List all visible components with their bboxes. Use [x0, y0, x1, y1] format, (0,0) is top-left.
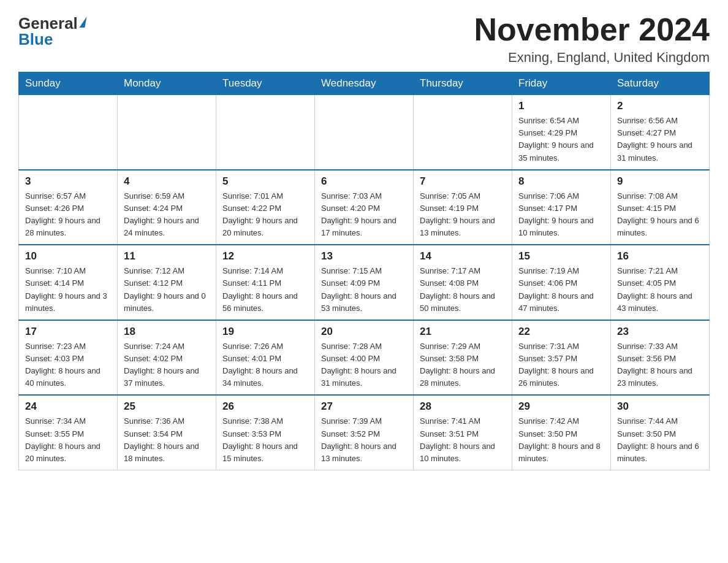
day-number: 18: [124, 326, 210, 338]
day-info: Sunrise: 6:57 AMSunset: 4:26 PMDaylight:…: [25, 190, 111, 240]
day-number: 28: [420, 400, 506, 413]
day-number: 6: [321, 175, 407, 188]
calendar-cell: 17Sunrise: 7:23 AMSunset: 4:03 PMDayligh…: [19, 320, 118, 396]
day-number: 24: [25, 400, 111, 413]
calendar-week-row: 24Sunrise: 7:34 AMSunset: 3:55 PMDayligh…: [19, 395, 710, 470]
day-number: 5: [222, 175, 308, 188]
day-number: 12: [222, 250, 308, 262]
page-header: General Blue November 2024 Exning, Engla…: [18, 12, 710, 66]
calendar-cell: 19Sunrise: 7:26 AMSunset: 4:01 PMDayligh…: [216, 320, 315, 396]
day-number: 27: [321, 400, 407, 413]
calendar-cell: [118, 95, 216, 170]
day-info: Sunrise: 7:33 AMSunset: 3:56 PMDaylight:…: [617, 340, 703, 390]
day-info: Sunrise: 7:06 AMSunset: 4:17 PMDaylight:…: [518, 190, 604, 240]
calendar-cell: 11Sunrise: 7:12 AMSunset: 4:12 PMDayligh…: [118, 245, 216, 320]
weekday-header-tuesday: Tuesday: [216, 72, 315, 95]
day-info: Sunrise: 7:24 AMSunset: 4:02 PMDaylight:…: [124, 340, 210, 390]
calendar-cell: 28Sunrise: 7:41 AMSunset: 3:51 PMDayligh…: [414, 395, 512, 470]
day-info: Sunrise: 7:15 AMSunset: 4:09 PMDaylight:…: [321, 265, 407, 315]
day-info: Sunrise: 7:34 AMSunset: 3:55 PMDaylight:…: [25, 415, 111, 465]
day-info: Sunrise: 7:10 AMSunset: 4:14 PMDaylight:…: [25, 265, 111, 315]
calendar-cell: 1Sunrise: 6:54 AMSunset: 4:29 PMDaylight…: [512, 95, 611, 170]
day-number: 3: [25, 175, 111, 188]
day-number: 9: [617, 175, 703, 188]
calendar-cell: 26Sunrise: 7:38 AMSunset: 3:53 PMDayligh…: [216, 395, 315, 470]
month-title: November 2024: [474, 12, 710, 47]
day-number: 20: [321, 326, 407, 338]
calendar-cell: 2Sunrise: 6:56 AMSunset: 4:27 PMDaylight…: [611, 95, 710, 170]
day-number: 30: [617, 400, 703, 413]
day-info: Sunrise: 7:12 AMSunset: 4:12 PMDaylight:…: [124, 265, 210, 315]
calendar-cell: 14Sunrise: 7:17 AMSunset: 4:08 PMDayligh…: [414, 245, 512, 320]
calendar-table: SundayMondayTuesdayWednesdayThursdayFrid…: [18, 72, 710, 470]
day-info: Sunrise: 7:39 AMSunset: 3:52 PMDaylight:…: [321, 415, 407, 465]
calendar-cell: 29Sunrise: 7:42 AMSunset: 3:50 PMDayligh…: [512, 395, 611, 470]
calendar-cell: 10Sunrise: 7:10 AMSunset: 4:14 PMDayligh…: [19, 245, 118, 320]
day-number: 10: [25, 250, 111, 262]
day-number: 25: [124, 400, 210, 413]
day-info: Sunrise: 7:01 AMSunset: 4:22 PMDaylight:…: [222, 190, 308, 240]
day-number: 22: [518, 326, 604, 338]
weekday-header-wednesday: Wednesday: [315, 72, 414, 95]
day-info: Sunrise: 7:17 AMSunset: 4:08 PMDaylight:…: [420, 265, 506, 315]
day-number: 8: [518, 175, 604, 188]
weekday-header-thursday: Thursday: [414, 72, 512, 95]
calendar-cell: 4Sunrise: 6:59 AMSunset: 4:24 PMDaylight…: [118, 170, 216, 245]
calendar-cell: 22Sunrise: 7:31 AMSunset: 3:57 PMDayligh…: [512, 320, 611, 396]
day-info: Sunrise: 7:08 AMSunset: 4:15 PMDaylight:…: [617, 190, 703, 240]
day-number: 11: [124, 250, 210, 262]
day-number: 16: [617, 250, 703, 262]
calendar-cell: 9Sunrise: 7:08 AMSunset: 4:15 PMDaylight…: [611, 170, 710, 245]
calendar-cell: 18Sunrise: 7:24 AMSunset: 4:02 PMDayligh…: [118, 320, 216, 396]
day-info: Sunrise: 7:05 AMSunset: 4:19 PMDaylight:…: [420, 190, 506, 240]
day-info: Sunrise: 7:14 AMSunset: 4:11 PMDaylight:…: [222, 265, 308, 315]
day-info: Sunrise: 7:26 AMSunset: 4:01 PMDaylight:…: [222, 340, 308, 390]
day-info: Sunrise: 7:29 AMSunset: 3:58 PMDaylight:…: [420, 340, 506, 390]
calendar-cell: [414, 95, 512, 170]
day-info: Sunrise: 7:41 AMSunset: 3:51 PMDaylight:…: [420, 415, 506, 465]
day-info: Sunrise: 7:36 AMSunset: 3:54 PMDaylight:…: [124, 415, 210, 465]
day-number: 26: [222, 400, 308, 413]
calendar-cell: 15Sunrise: 7:19 AMSunset: 4:06 PMDayligh…: [512, 245, 611, 320]
calendar-week-row: 17Sunrise: 7:23 AMSunset: 4:03 PMDayligh…: [19, 320, 710, 396]
calendar-cell: 30Sunrise: 7:44 AMSunset: 3:50 PMDayligh…: [611, 395, 710, 470]
calendar-cell: [19, 95, 118, 170]
day-number: 23: [617, 326, 703, 338]
day-info: Sunrise: 7:42 AMSunset: 3:50 PMDaylight:…: [518, 415, 604, 465]
day-number: 4: [124, 175, 210, 188]
day-info: Sunrise: 6:54 AMSunset: 4:29 PMDaylight:…: [518, 115, 604, 164]
day-number: 15: [518, 250, 604, 262]
calendar-cell: 6Sunrise: 7:03 AMSunset: 4:20 PMDaylight…: [315, 170, 414, 245]
location-text: Exning, England, United Kingdom: [474, 50, 710, 66]
calendar-cell: 23Sunrise: 7:33 AMSunset: 3:56 PMDayligh…: [611, 320, 710, 396]
calendar-cell: 25Sunrise: 7:36 AMSunset: 3:54 PMDayligh…: [118, 395, 216, 470]
day-info: Sunrise: 7:28 AMSunset: 4:00 PMDaylight:…: [321, 340, 407, 390]
calendar-cell: 5Sunrise: 7:01 AMSunset: 4:22 PMDaylight…: [216, 170, 315, 245]
weekday-header-friday: Friday: [512, 72, 611, 95]
day-info: Sunrise: 7:31 AMSunset: 3:57 PMDaylight:…: [518, 340, 604, 390]
day-info: Sunrise: 6:56 AMSunset: 4:27 PMDaylight:…: [617, 115, 703, 164]
calendar-cell: 3Sunrise: 6:57 AMSunset: 4:26 PMDaylight…: [19, 170, 118, 245]
calendar-cell: 20Sunrise: 7:28 AMSunset: 4:00 PMDayligh…: [315, 320, 414, 396]
day-info: Sunrise: 7:23 AMSunset: 4:03 PMDaylight:…: [25, 340, 111, 390]
day-number: 14: [420, 250, 506, 262]
logo-blue-text: Blue: [18, 31, 53, 47]
weekday-header-row: SundayMondayTuesdayWednesdayThursdayFrid…: [19, 72, 710, 95]
calendar-cell: 8Sunrise: 7:06 AMSunset: 4:17 PMDaylight…: [512, 170, 611, 245]
weekday-header-saturday: Saturday: [611, 72, 710, 95]
logo: General Blue: [18, 12, 86, 47]
calendar-cell: 13Sunrise: 7:15 AMSunset: 4:09 PMDayligh…: [315, 245, 414, 320]
day-number: 29: [518, 400, 604, 413]
day-number: 21: [420, 326, 506, 338]
calendar-cell: 7Sunrise: 7:05 AMSunset: 4:19 PMDaylight…: [414, 170, 512, 245]
calendar-cell: 24Sunrise: 7:34 AMSunset: 3:55 PMDayligh…: [19, 395, 118, 470]
day-number: 17: [25, 326, 111, 338]
calendar-cell: 27Sunrise: 7:39 AMSunset: 3:52 PMDayligh…: [315, 395, 414, 470]
day-number: 13: [321, 250, 407, 262]
calendar-cell: 16Sunrise: 7:21 AMSunset: 4:05 PMDayligh…: [611, 245, 710, 320]
calendar-week-row: 1Sunrise: 6:54 AMSunset: 4:29 PMDaylight…: [19, 95, 710, 170]
weekday-header-monday: Monday: [118, 72, 216, 95]
day-number: 19: [222, 326, 308, 338]
day-info: Sunrise: 7:38 AMSunset: 3:53 PMDaylight:…: [222, 415, 308, 465]
day-info: Sunrise: 7:21 AMSunset: 4:05 PMDaylight:…: [617, 265, 703, 315]
